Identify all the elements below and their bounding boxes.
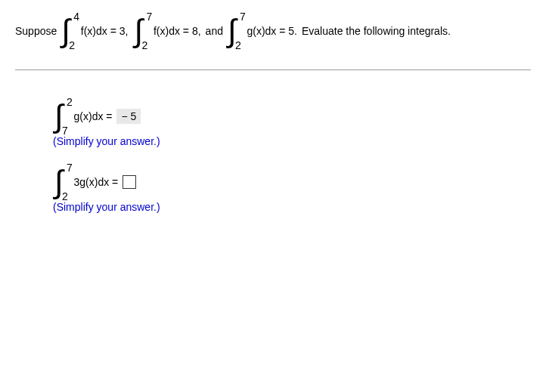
suppose-text: Suppose xyxy=(15,25,57,37)
question-1: ∫ 2 7 g(x)dx = − 5 (Simplify your answer… xyxy=(53,100,531,147)
lower-limit: 2 xyxy=(141,39,147,51)
lower-limit: 2 xyxy=(69,39,75,51)
integral-q1: ∫ 2 7 g(x)dx = xyxy=(54,100,112,132)
and-text: and xyxy=(206,25,223,37)
lower-limit: 2 xyxy=(235,39,241,51)
upper-limit: 4 xyxy=(73,11,79,23)
integral-q2: ∫ 7 2 3g(x)dx = xyxy=(54,166,118,198)
integrand: g(x)dx = 5. xyxy=(247,25,297,37)
answer-input-wrap xyxy=(123,175,136,189)
divider xyxy=(15,69,531,70)
lower-limit: 7 xyxy=(62,125,68,137)
lower-limit: 2 xyxy=(62,190,68,202)
integrand: 3g(x)dx = xyxy=(74,176,119,188)
upper-limit: 7 xyxy=(67,162,73,174)
integrand: g(x)dx = xyxy=(74,110,113,122)
simplify-hint: (Simplify your answer.) xyxy=(53,201,531,213)
integrand: f(x)dx = 3, xyxy=(81,25,129,37)
integral-2: ∫ 7 2 f(x)dx = 8, xyxy=(134,15,200,47)
answer-input[interactable] xyxy=(123,175,136,189)
question-2: ∫ 7 2 3g(x)dx = (Simplify your answer.) xyxy=(53,166,531,213)
integrand: f(x)dx = 8, xyxy=(154,25,201,37)
answer-value: − 5 xyxy=(116,109,141,124)
answer-box: − 5 xyxy=(116,109,141,124)
integral-1: ∫ 4 2 f(x)dx = 3, xyxy=(61,15,128,47)
integral-3: ∫ 7 2 g(x)dx = 5. xyxy=(228,15,297,47)
upper-limit: 7 xyxy=(146,11,152,23)
simplify-hint: (Simplify your answer.) xyxy=(53,135,531,147)
upper-limit: 2 xyxy=(67,96,73,108)
problem-statement: Suppose ∫ 4 2 f(x)dx = 3, ∫ 7 2 f(x)dx =… xyxy=(15,15,531,47)
upper-limit: 7 xyxy=(240,11,246,23)
tail-text: Evaluate the following integrals. xyxy=(302,25,451,37)
